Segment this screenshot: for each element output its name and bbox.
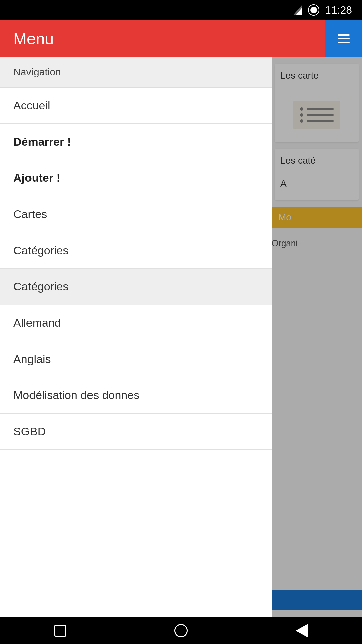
nav-section-header: Navigation bbox=[0, 57, 272, 88]
nav-item-ajouter[interactable]: Ajouter ! bbox=[0, 160, 272, 196]
nav-section-label: Navigation bbox=[13, 66, 61, 77]
nav-item-label-demarrer: Démarrer ! bbox=[13, 135, 71, 148]
hamburger-line-1 bbox=[338, 34, 350, 36]
svg-point-3 bbox=[310, 7, 317, 13]
back-button[interactable] bbox=[288, 621, 315, 641]
battery-icon bbox=[308, 4, 320, 16]
nav-item-label-ajouter: Ajouter ! bbox=[13, 171, 60, 184]
nav-item-sgbd[interactable]: SGBD bbox=[0, 414, 272, 450]
nav-drawer: Navigation Accueil Démarrer ! Ajouter ! … bbox=[0, 57, 272, 617]
nav-item-demarrer[interactable]: Démarrer ! bbox=[0, 124, 272, 160]
home-icon bbox=[174, 624, 188, 637]
nav-item-categories1[interactable]: Catégories bbox=[0, 232, 272, 269]
signal-icon bbox=[293, 5, 302, 15]
hamburger-line-2 bbox=[338, 38, 350, 39]
header-title-area: Menu bbox=[0, 20, 325, 57]
menu-button[interactable] bbox=[325, 20, 362, 57]
recents-button[interactable] bbox=[47, 621, 74, 641]
hamburger-line-3 bbox=[338, 42, 350, 43]
nav-item-label-sgbd: SGBD bbox=[13, 425, 46, 438]
hamburger-icon bbox=[338, 34, 350, 43]
recents-icon bbox=[54, 625, 66, 637]
main-layout: Les carte bbox=[0, 20, 362, 617]
nav-item-accueil[interactable]: Accueil bbox=[0, 88, 272, 124]
status-time: 11:28 bbox=[325, 4, 352, 16]
nav-item-label-modelisation: Modélisation des donnes bbox=[13, 389, 139, 401]
status-icons: 11:28 bbox=[293, 4, 352, 16]
nav-item-label-allemand: Allemand bbox=[13, 316, 61, 329]
nav-item-modelisation[interactable]: Modélisation des donnes bbox=[0, 377, 272, 414]
bottom-nav bbox=[0, 617, 362, 644]
nav-item-label-accueil: Accueil bbox=[13, 99, 50, 112]
nav-item-anglais[interactable]: Anglais bbox=[0, 341, 272, 377]
nav-item-cartes[interactable]: Cartes bbox=[0, 196, 272, 232]
nav-item-allemand[interactable]: Allemand bbox=[0, 305, 272, 341]
nav-item-label-cartes: Cartes bbox=[13, 208, 47, 220]
back-icon bbox=[296, 624, 308, 637]
nav-item-label-anglais: Anglais bbox=[13, 353, 51, 365]
status-bar: 11:28 bbox=[0, 0, 362, 20]
header-title: Menu bbox=[13, 30, 54, 48]
home-button[interactable] bbox=[168, 621, 194, 641]
nav-item-categories2[interactable]: Catégories bbox=[0, 269, 272, 305]
app-header: Menu bbox=[0, 20, 362, 57]
nav-item-label-categories1: Catégories bbox=[13, 244, 68, 257]
nav-item-label-categories2: Catégories bbox=[13, 280, 68, 293]
